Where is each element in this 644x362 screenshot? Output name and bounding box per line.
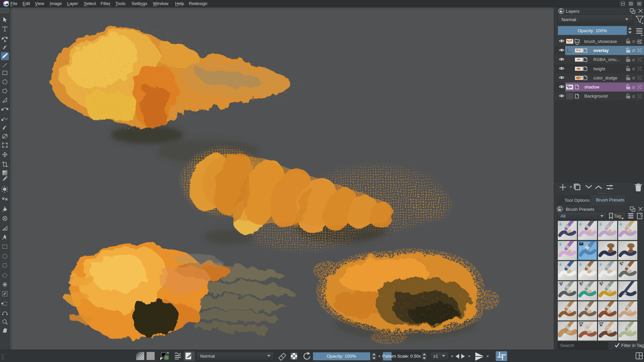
svg-text:Normal: Normal bbox=[561, 17, 576, 22]
svg-text:Pattern Scale: 0.50x: Pattern Scale: 0.50x bbox=[382, 354, 421, 359]
svg-text:Filter in Tag: Filter in Tag bbox=[621, 343, 644, 348]
svg-text:Background: Background bbox=[584, 94, 607, 99]
svg-text:Tool Options: Tool Options bbox=[565, 198, 590, 203]
svg-text:height: height bbox=[593, 66, 605, 71]
svg-text:Normal: Normal bbox=[200, 354, 215, 359]
svg-text:overlay: overlay bbox=[593, 48, 609, 53]
svg-text:All: All bbox=[560, 214, 566, 219]
svg-text:Opacity: 100%: Opacity: 100% bbox=[327, 354, 356, 359]
svg-text:Tag: Tag bbox=[614, 214, 621, 219]
svg-text:brush_showcase: brush_showcase bbox=[584, 39, 617, 44]
svg-text:x1: x1 bbox=[433, 354, 438, 359]
svg-text:RGBA_smu...: RGBA_smu... bbox=[593, 57, 620, 62]
svg-text:shadow: shadow bbox=[584, 84, 599, 89]
svg-text:Brush Presets: Brush Presets bbox=[596, 197, 625, 202]
svg-text:color_dodge: color_dodge bbox=[593, 75, 618, 80]
svg-text:Search: Search bbox=[560, 343, 574, 348]
svg-text:Layers: Layers bbox=[566, 9, 580, 14]
svg-text:Brush Presets: Brush Presets bbox=[566, 207, 594, 212]
svg-text:Opacity: 100%: Opacity: 100% bbox=[578, 28, 607, 33]
